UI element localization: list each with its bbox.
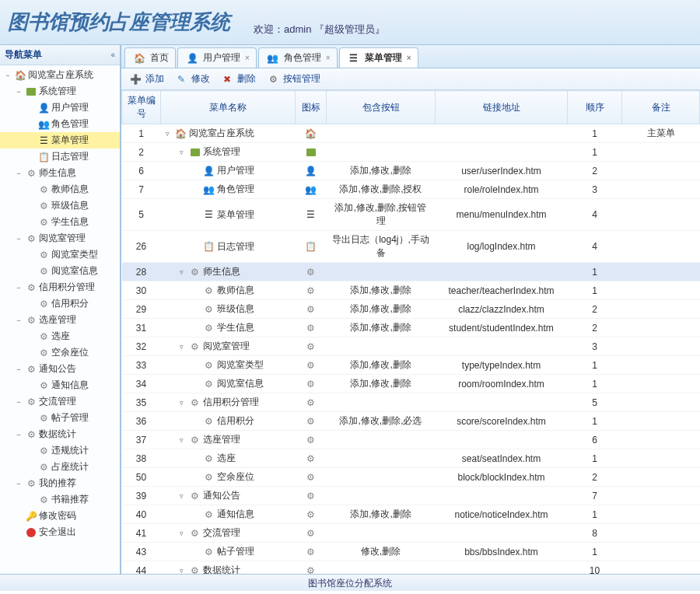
col-3[interactable]: 包含按钮 bbox=[327, 91, 436, 124]
cell-buttons: 添加,修改,删除 bbox=[327, 505, 436, 524]
table-row[interactable]: 33⚙阅览室类型⚙添加,修改,删除type/typeIndex.htm1 bbox=[122, 356, 700, 375]
tree-node-25[interactable]: −⚙我的推荐 bbox=[0, 475, 120, 491]
close-icon[interactable]: × bbox=[326, 54, 331, 62]
gear-icon: ⚙ bbox=[203, 285, 215, 297]
table-row[interactable]: 1▿🏠阅览室占座系统🏠1主菜单 bbox=[122, 124, 700, 143]
tree-toggle-icon[interactable]: − bbox=[3, 72, 12, 79]
tree-node-4[interactable]: ☰菜单管理 bbox=[0, 132, 120, 148]
tree-node-9[interactable]: ⚙学生信息 bbox=[0, 214, 120, 230]
close-icon[interactable]: × bbox=[407, 54, 411, 62]
tree-node-24[interactable]: ⚙占座统计 bbox=[0, 459, 120, 475]
row-toggle-icon[interactable]: ▿ bbox=[180, 148, 187, 156]
tree-node-16[interactable]: ⚙选座 bbox=[0, 328, 120, 344]
添加-button[interactable]: ➕添加 bbox=[128, 72, 164, 86]
table-row[interactable]: 2▿系统管理1 bbox=[122, 143, 700, 162]
tree-node-6[interactable]: −⚙师生信息 bbox=[0, 165, 120, 181]
table-row[interactable]: 41▿⚙交流管理⚙8 bbox=[122, 524, 700, 543]
tree-toggle-icon[interactable]: − bbox=[14, 235, 23, 243]
tree-node-27[interactable]: 🔑修改密码 bbox=[0, 508, 120, 524]
tab-角色管理[interactable]: 👥角色管理× bbox=[258, 47, 338, 68]
table-row[interactable]: 39▿⚙通知公告⚙7 bbox=[122, 487, 700, 505]
tree-node-28[interactable]: 安全退出 bbox=[0, 524, 120, 540]
table-row[interactable]: 43⚙帖子管理⚙修改,删除bbs/bbsIndex.htm1 bbox=[122, 543, 700, 561]
row-toggle-icon[interactable]: ▿ bbox=[180, 567, 187, 574]
table-row[interactable]: 30⚙教师信息⚙添加,修改,删除teacher/teacherIndex.htm… bbox=[122, 281, 700, 300]
tree-toggle-icon[interactable]: − bbox=[14, 88, 23, 96]
tree-node-8[interactable]: ⚙班级信息 bbox=[0, 197, 120, 214]
tab-用户管理[interactable]: 👤用户管理× bbox=[177, 47, 257, 68]
tree-node-11[interactable]: ⚙阅览室类型 bbox=[0, 246, 120, 263]
table-row[interactable]: 7👥角色管理👥添加,修改,删除,授权role/roleIndex.htm3 bbox=[122, 180, 700, 199]
gear-icon: ⚙ bbox=[203, 322, 215, 334]
col-1[interactable]: 菜单名称 bbox=[161, 91, 296, 124]
table-row[interactable]: 6👤用户管理👤添加,修改,删除user/userIndex.htm2 bbox=[122, 162, 700, 180]
tree-toggle-icon[interactable]: − bbox=[14, 169, 23, 177]
row-toggle-icon[interactable]: ▿ bbox=[180, 436, 187, 444]
row-toggle-icon[interactable]: ▿ bbox=[166, 130, 173, 138]
按钮管理-button[interactable]: ⚙按钮管理 bbox=[265, 72, 320, 86]
table-row[interactable]: 35▿⚙信用积分管理⚙5 bbox=[122, 393, 700, 412]
tree-node-22[interactable]: −⚙数据统计 bbox=[0, 426, 120, 442]
tree-node-18[interactable]: −⚙通知公告 bbox=[0, 361, 120, 377]
tree-node-23[interactable]: ⚙违规统计 bbox=[0, 442, 120, 459]
col-5[interactable]: 顺序 bbox=[568, 91, 622, 124]
tree-toggle-icon[interactable]: − bbox=[14, 284, 23, 292]
row-toggle-icon[interactable]: ▿ bbox=[180, 268, 187, 276]
tab-首页[interactable]: 🏠首页 bbox=[124, 47, 176, 68]
tree-node-21[interactable]: ⚙帖子管理 bbox=[0, 410, 120, 426]
col-4[interactable]: 链接地址 bbox=[436, 91, 568, 124]
tree-node-15[interactable]: −⚙选座管理 bbox=[0, 312, 120, 328]
tree-node-13[interactable]: −⚙信用积分管理 bbox=[0, 279, 120, 295]
tree-node-1[interactable]: −系统管理 bbox=[0, 83, 120, 100]
cell-id: 6 bbox=[122, 162, 161, 180]
tree-node-2[interactable]: 👤用户管理 bbox=[0, 100, 120, 116]
table-row[interactable]: 40⚙通知信息⚙添加,修改,删除notice/noticeIndex.htm1 bbox=[122, 505, 700, 524]
close-icon[interactable]: × bbox=[245, 54, 250, 62]
table-row[interactable]: 32▿⚙阅览室管理⚙3 bbox=[122, 337, 700, 356]
tree-toggle-icon[interactable]: − bbox=[14, 480, 23, 487]
tree-node-3[interactable]: 👥角色管理 bbox=[0, 116, 120, 132]
tree-node-17[interactable]: ⚙空余座位 bbox=[0, 344, 120, 361]
tree-node-19[interactable]: ⚙通知信息 bbox=[0, 377, 120, 393]
table-row[interactable]: 36⚙信用积分⚙添加,修改,删除,必选score/scoreIndex.htm1 bbox=[122, 412, 700, 431]
cell-buttons bbox=[327, 449, 436, 468]
cell-link bbox=[436, 393, 568, 412]
tree-toggle-icon[interactable]: − bbox=[14, 316, 23, 324]
table-row[interactable]: 50⚙空余座位⚙block/blockIndex.htm2 bbox=[122, 468, 700, 487]
cell-buttons bbox=[327, 431, 436, 449]
row-toggle-icon[interactable]: ▿ bbox=[180, 343, 187, 351]
tree-toggle-icon[interactable]: − bbox=[14, 431, 23, 439]
gear-icon: ⚙ bbox=[305, 359, 317, 372]
删除-button[interactable]: ✖删除 bbox=[219, 72, 256, 86]
table-row[interactable]: 5☰菜单管理☰添加,修改,删除,按钮管理menu/menuIndex.htm4 bbox=[122, 199, 700, 231]
col-6[interactable]: 备注 bbox=[622, 91, 700, 124]
row-toggle-icon[interactable]: ▿ bbox=[180, 399, 187, 407]
table-row[interactable]: 37▿⚙选座管理⚙6 bbox=[122, 431, 700, 449]
table-row[interactable]: 31⚙学生信息⚙添加,修改,删除student/studentIndex.htm… bbox=[122, 319, 700, 337]
table-row[interactable]: 44▿⚙数据统计⚙10 bbox=[122, 561, 700, 575]
tree-node-26[interactable]: ⚙书籍推荐 bbox=[0, 491, 120, 508]
table-row[interactable]: 38⚙选座⚙seat/seatIndex.htm1 bbox=[122, 449, 700, 468]
tree-label: 书籍推荐 bbox=[51, 493, 89, 506]
table-row[interactable]: 28▿⚙师生信息⚙1 bbox=[122, 263, 700, 281]
tree-toggle-icon[interactable]: − bbox=[14, 365, 23, 373]
tree-node-7[interactable]: ⚙教师信息 bbox=[0, 181, 120, 197]
tree-node-5[interactable]: 📋日志管理 bbox=[0, 148, 120, 165]
tree-node-10[interactable]: −⚙阅览室管理 bbox=[0, 230, 120, 246]
table-row[interactable]: 29⚙班级信息⚙添加,修改,删除clazz/clazzIndex.htm2 bbox=[122, 300, 700, 319]
table-row[interactable]: 34⚙阅览室信息⚙添加,修改,删除room/roomIndex.htm1 bbox=[122, 375, 700, 393]
修改-button[interactable]: ✎修改 bbox=[173, 72, 210, 86]
row-toggle-icon[interactable]: ▿ bbox=[180, 529, 187, 537]
table-row[interactable]: 26📋日志管理📋导出日志（log4j）,手动备log/logIndex.htm4 bbox=[122, 231, 700, 263]
col-0[interactable]: 菜单编号 bbox=[122, 91, 161, 124]
col-2[interactable]: 图标 bbox=[296, 91, 327, 124]
tree-label: 选座管理 bbox=[39, 313, 76, 327]
tree-node-0[interactable]: −🏠阅览室占座系统 bbox=[0, 67, 120, 83]
tree-toggle-icon[interactable]: − bbox=[14, 398, 23, 406]
collapse-icon[interactable]: « bbox=[110, 51, 115, 59]
tree-node-12[interactable]: ⚙阅览室信息 bbox=[0, 263, 120, 279]
tree-node-14[interactable]: ⚙信用积分 bbox=[0, 295, 120, 312]
tab-菜单管理[interactable]: ☰菜单管理× bbox=[339, 47, 418, 68]
tree-node-20[interactable]: −⚙交流管理 bbox=[0, 393, 120, 410]
row-toggle-icon[interactable]: ▿ bbox=[180, 492, 187, 500]
